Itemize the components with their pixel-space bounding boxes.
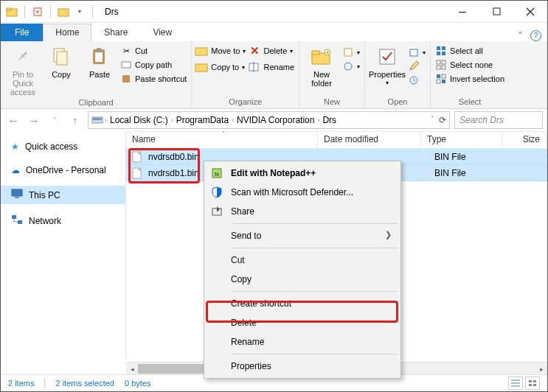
- drive-icon: [91, 113, 103, 127]
- nav-back-button[interactable]: ←: [5, 112, 21, 128]
- open-button[interactable]: ▾: [408, 46, 426, 58]
- svg-rect-20: [344, 49, 352, 56]
- svg-rect-38: [93, 118, 102, 120]
- svg-rect-30: [442, 60, 445, 64]
- cut-button[interactable]: ✂Cut: [120, 45, 187, 57]
- svg-rect-3: [58, 9, 69, 16]
- context-menu: NEdit with Notepad++ Scan with Microsoft…: [204, 161, 401, 379]
- svg-text:N: N: [215, 171, 219, 178]
- qat-properties-icon[interactable]: [31, 5, 44, 18]
- svg-rect-48: [529, 380, 532, 382]
- svg-rect-4: [493, 8, 500, 15]
- minimize-button[interactable]: ─: [445, 1, 479, 23]
- new-item-button[interactable]: ▾: [342, 46, 360, 58]
- folder-move-icon: [196, 45, 208, 57]
- ribbon-tabstrip: File Home Share View ˄ ?: [1, 23, 547, 41]
- navigation-pane: ★Quick access ☁OneDrive - Personal This …: [1, 131, 126, 358]
- paste-shortcut-button[interactable]: Paste shortcut: [120, 73, 187, 85]
- svg-rect-35: [442, 74, 445, 78]
- svg-rect-12: [195, 48, 207, 55]
- context-copy[interactable]: Copy: [206, 270, 399, 289]
- status-selection-size: 0 bytes: [125, 379, 150, 388]
- scroll-right-icon[interactable]: ▸: [535, 363, 547, 375]
- refresh-icon[interactable]: ⟳: [439, 115, 446, 125]
- paste-button[interactable]: Paste: [82, 43, 117, 79]
- svg-rect-9: [97, 48, 101, 51]
- share-icon: [210, 205, 223, 218]
- ribbon-collapse-icon[interactable]: ˄: [518, 30, 523, 41]
- tab-share[interactable]: Share: [91, 24, 140, 41]
- context-cut[interactable]: Cut: [206, 251, 399, 270]
- context-send-to[interactable]: Send to: [206, 226, 399, 245]
- delete-button[interactable]: ✕Delete ▾: [249, 45, 294, 57]
- view-details-icon[interactable]: [508, 377, 523, 390]
- nav-this-pc[interactable]: This PC: [1, 186, 125, 204]
- pin-to-quick-access-button[interactable]: Pin to Quick access: [5, 43, 41, 97]
- invert-selection-button[interactable]: Invert selection: [435, 73, 504, 85]
- scissors-icon: ✂: [120, 45, 132, 57]
- copy-path-button[interactable]: Copy path: [120, 59, 187, 71]
- status-item-count: 2 items: [8, 379, 34, 388]
- properties-button[interactable]: Properties▾: [370, 43, 405, 87]
- history-button[interactable]: [408, 74, 426, 86]
- nav-onedrive[interactable]: ☁OneDrive - Personal: [1, 162, 125, 178]
- help-icon[interactable]: ?: [530, 30, 541, 41]
- context-share[interactable]: Share: [206, 202, 399, 221]
- column-headers[interactable]: Name˄ Date modified Type Size: [126, 131, 547, 149]
- copy-to-button[interactable]: Copy to ▾: [196, 61, 246, 73]
- group-new: ✦New folder ▾▾ New: [299, 41, 365, 108]
- tab-home[interactable]: Home: [43, 24, 91, 41]
- copy-button[interactable]: Copy: [44, 43, 79, 79]
- context-edit-notepadpp[interactable]: NEdit with Notepad++: [206, 164, 399, 183]
- edit-button[interactable]: [408, 60, 426, 72]
- address-bar: ← → ˅ ↑ › Local Disk (C:)› ProgramData› …: [1, 109, 547, 131]
- svg-rect-6: [57, 52, 67, 65]
- breadcrumb-bar[interactable]: › Local Disk (C:)› ProgramData› NVIDIA C…: [88, 111, 450, 129]
- maximize-button[interactable]: [479, 1, 513, 23]
- network-icon: [11, 214, 23, 227]
- nav-up-button[interactable]: ↑: [67, 112, 83, 128]
- pc-icon: [11, 189, 23, 201]
- svg-rect-40: [15, 197, 19, 198]
- title-bar: ▾ Drs ─: [1, 1, 547, 23]
- svg-rect-31: [437, 66, 440, 69]
- easy-access-button[interactable]: ▾: [342, 60, 360, 72]
- folder-copy-icon: [196, 61, 208, 73]
- annotation-files-highlight: [128, 148, 200, 183]
- svg-rect-42: [18, 220, 22, 224]
- select-none-button[interactable]: Select none: [435, 59, 504, 71]
- annotation-delete-highlight: [206, 301, 398, 323]
- nav-forward-button[interactable]: →: [26, 112, 42, 128]
- svg-rect-51: [533, 384, 536, 386]
- nav-quick-access[interactable]: ★Quick access: [1, 139, 125, 155]
- crumb-1: ProgramData: [175, 115, 230, 125]
- search-input[interactable]: Search Drs: [454, 111, 543, 129]
- svg-rect-27: [437, 52, 440, 55]
- context-properties[interactable]: Properties: [206, 357, 399, 376]
- open-icon: [408, 46, 420, 58]
- scroll-left-icon[interactable]: ◂: [126, 363, 138, 375]
- move-to-button[interactable]: Move to ▾: [196, 45, 246, 57]
- new-folder-button[interactable]: ✦New folder: [304, 43, 339, 88]
- status-selection-count: 2 items selected: [55, 379, 114, 388]
- view-large-icons-icon[interactable]: [525, 377, 540, 390]
- context-rename[interactable]: Rename: [206, 332, 399, 351]
- addr-dropdown-icon[interactable]: ˅: [431, 115, 434, 125]
- nav-recent-button[interactable]: ˅: [46, 112, 63, 128]
- tab-view[interactable]: View: [140, 24, 184, 41]
- crumb-3: Drs: [321, 115, 338, 125]
- close-button[interactable]: [513, 1, 547, 23]
- window-title: Drs: [100, 7, 119, 17]
- svg-rect-34: [442, 80, 445, 83]
- qat-expand-icon[interactable]: ▾: [73, 5, 86, 18]
- rename-button[interactable]: Rename: [249, 61, 294, 73]
- sort-asc-icon: ˄: [222, 131, 225, 137]
- nav-network[interactable]: Network: [1, 211, 125, 230]
- group-select: Select all Select none Invert selection …: [431, 41, 509, 108]
- crumb-0: Local Disk (C:): [108, 115, 170, 125]
- tab-file[interactable]: File: [1, 24, 43, 41]
- context-scan-defender[interactable]: Scan with Microsoft Defender...: [206, 183, 399, 202]
- svg-point-21: [344, 63, 352, 70]
- select-all-button[interactable]: Select all: [435, 45, 504, 57]
- svg-text:✦: ✦: [325, 49, 330, 56]
